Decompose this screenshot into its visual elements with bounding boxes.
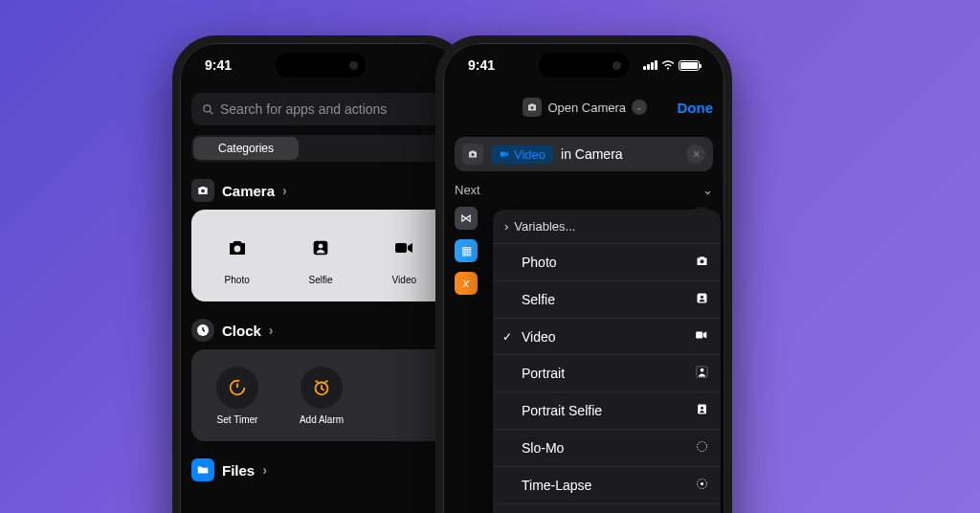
parameter-token[interactable]: Video xyxy=(491,145,553,164)
svg-point-21 xyxy=(698,442,707,452)
app-chip: x xyxy=(455,272,478,295)
chevron-right-icon: › xyxy=(269,323,274,338)
video-icon xyxy=(499,149,510,159)
popover-header-text: Variables... xyxy=(514,219,575,234)
camera-icon xyxy=(523,98,542,117)
timelapse-icon xyxy=(695,477,709,494)
section-clock[interactable]: Clock › xyxy=(191,319,450,342)
section-title: Clock xyxy=(222,323,261,339)
option-label: Time-Lapse xyxy=(522,478,591,493)
popover-option-portrait-selfie[interactable]: Portrait Selfie xyxy=(493,392,721,430)
chevron-down-icon: ⌄ xyxy=(632,100,647,115)
chevron-right-icon: › xyxy=(262,462,267,478)
svg-rect-16 xyxy=(696,332,702,339)
phone-right: 9:41 Open Camera ⌄ Done Video in Camera … xyxy=(435,35,732,513)
svg-point-17 xyxy=(701,368,704,372)
phone-left: 9:41 Search for apps and actions Categor… xyxy=(172,35,469,513)
wifi-icon xyxy=(661,58,675,72)
selfie-icon xyxy=(300,227,342,269)
next-action-header[interactable]: Next ⌄ xyxy=(455,183,713,197)
video-icon xyxy=(383,227,425,269)
app-chip: ▦ xyxy=(455,239,478,262)
camera-cards: Photo Selfie Video xyxy=(191,210,450,301)
svg-rect-6 xyxy=(395,243,407,253)
popover-option-slo-mo[interactable]: Slo-Mo xyxy=(493,430,721,467)
camera-icon xyxy=(216,227,258,269)
popover-option-video[interactable]: Video xyxy=(493,319,721,355)
svg-point-3 xyxy=(234,245,240,252)
svg-rect-12 xyxy=(501,152,505,157)
nav-bar: Open Camera ⌄ Done xyxy=(455,91,713,123)
timer-icon xyxy=(216,367,258,409)
popover-option-photo[interactable]: Photo xyxy=(493,244,721,281)
search-input[interactable]: Search for apps and actions xyxy=(191,93,450,125)
svg-point-0 xyxy=(204,105,211,112)
token-text: Video xyxy=(514,147,546,162)
chevron-down-icon: ⌄ xyxy=(702,183,713,197)
popover-option-pano[interactable]: Pano xyxy=(493,504,721,513)
clear-button[interactable]: ✕ xyxy=(686,145,705,164)
camera-icon xyxy=(191,179,214,202)
popover-variables[interactable]: › Variables... xyxy=(493,210,721,244)
status-time: 9:41 xyxy=(468,57,495,73)
card-add-alarm[interactable]: Add Alarm xyxy=(279,367,364,425)
card-photo[interactable]: Photo xyxy=(195,227,278,285)
section-files[interactable]: Files › xyxy=(191,458,450,481)
card-label: Video xyxy=(363,275,446,285)
svg-point-11 xyxy=(472,153,475,156)
search-placeholder: Search for apps and actions xyxy=(220,101,387,117)
svg-point-15 xyxy=(701,296,703,299)
option-label: Portrait Selfie xyxy=(522,403,602,418)
section-title: Files xyxy=(222,462,255,479)
dynamic-island xyxy=(276,53,366,78)
alarm-icon xyxy=(301,367,343,409)
section-camera[interactable]: Camera › xyxy=(191,179,450,202)
search-icon xyxy=(201,102,214,116)
selfie-icon xyxy=(695,291,709,308)
section-title: Camera xyxy=(222,183,275,199)
clock-icon xyxy=(191,319,214,342)
clock-cards: Set Timer Add Alarm xyxy=(191,349,450,441)
next-label: Next xyxy=(455,183,480,197)
card-set-timer[interactable]: Set Timer xyxy=(195,367,279,425)
option-label: Video xyxy=(522,329,556,345)
status-icons xyxy=(643,58,700,72)
option-label: Selfie xyxy=(522,292,555,307)
battery-icon xyxy=(679,60,700,71)
popover-option-portrait[interactable]: Portrait xyxy=(493,355,721,392)
app-chip: ⋈ xyxy=(455,207,478,230)
svg-point-2 xyxy=(201,190,205,193)
card-video[interactable]: Video xyxy=(363,227,446,285)
files-icon xyxy=(191,458,214,481)
popover-option-time-lapse[interactable]: Time-Lapse xyxy=(493,467,721,504)
card-selfie[interactable]: Selfie xyxy=(278,227,362,285)
cellular-icon xyxy=(643,60,657,70)
status-time: 9:41 xyxy=(205,57,232,73)
seg-categories[interactable]: Categories xyxy=(193,137,299,160)
svg-point-20 xyxy=(701,407,703,410)
card-label: Add Alarm xyxy=(279,414,364,425)
popover-option-selfie[interactable]: Selfie xyxy=(493,281,721,319)
dynamic-island xyxy=(539,53,629,78)
chevron-right-icon: › xyxy=(504,219,508,234)
svg-point-10 xyxy=(531,106,534,109)
camera-icon xyxy=(462,144,483,165)
svg-point-5 xyxy=(319,243,323,248)
svg-point-13 xyxy=(701,259,704,263)
card-label: Set Timer xyxy=(195,414,279,425)
done-button[interactable]: Done xyxy=(678,100,714,116)
card-label: Photo xyxy=(195,275,278,285)
action-row[interactable]: Video in Camera ✕ xyxy=(455,137,713,171)
nav-title[interactable]: Open Camera ⌄ xyxy=(523,98,647,117)
slomo-icon xyxy=(695,439,709,457)
video-icon xyxy=(694,328,709,345)
card-label: Selfie xyxy=(278,275,362,285)
portrait-selfie-icon xyxy=(695,402,709,419)
nav-title-text: Open Camera xyxy=(547,100,626,115)
option-label: Photo xyxy=(522,255,557,270)
segmented-control[interactable]: Categories xyxy=(191,135,450,162)
option-label: Portrait xyxy=(522,366,565,381)
camera-mode-popover: › Variables... PhotoSelfieVideoPortraitP… xyxy=(493,210,721,513)
camera-icon xyxy=(695,254,709,271)
chevron-right-icon: › xyxy=(282,183,287,198)
